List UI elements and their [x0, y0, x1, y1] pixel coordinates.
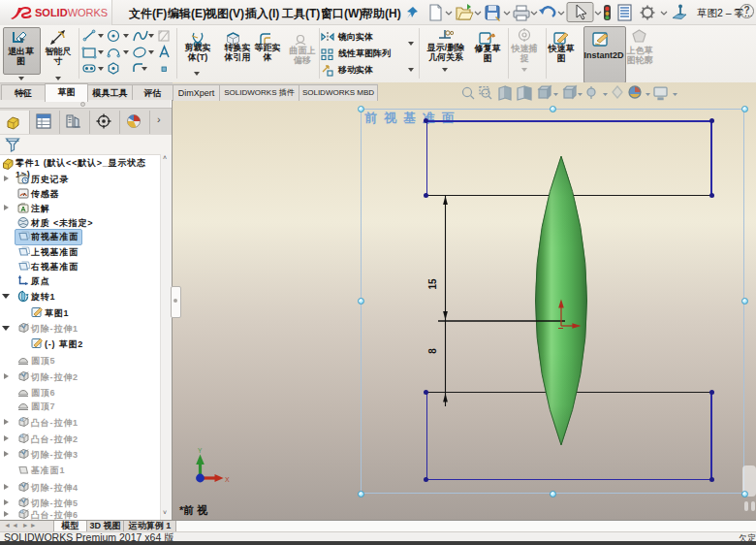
svg-text:15: 15 — [427, 278, 438, 290]
svg-text:X: X — [225, 476, 230, 483]
svg-text:8: 8 — [427, 348, 438, 354]
svg-text:Y: Y — [198, 447, 203, 454]
